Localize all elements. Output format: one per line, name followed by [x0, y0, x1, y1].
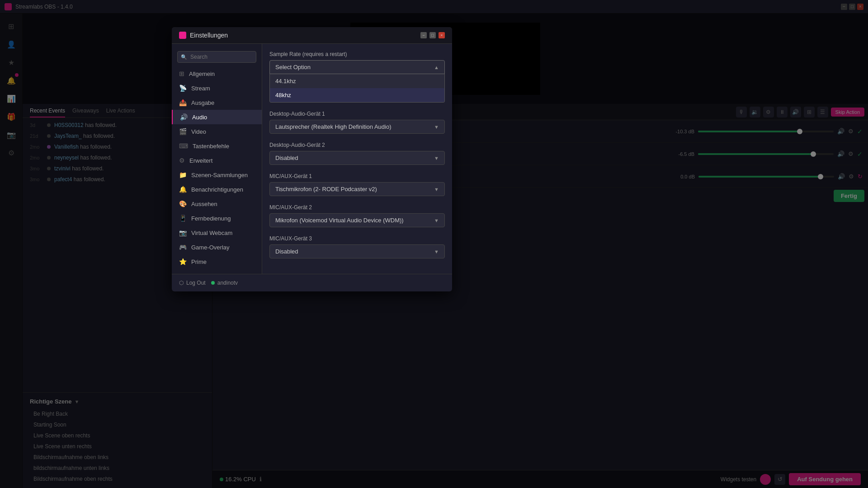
- user-name: andinotv: [217, 280, 238, 286]
- dropdown-arrow-icon: ▼: [434, 249, 439, 254]
- stream-icon: 📡: [179, 84, 187, 92]
- mic-aux-2-value: Mikrofon (Voicemod Virtual Audio Device …: [275, 217, 404, 224]
- desktop-audio-2-value: Disabled: [275, 155, 298, 161]
- desktop-audio-1-dropdown[interactable]: Lautsprecher (Realtek High Definition Au…: [269, 120, 445, 134]
- nav-label: Stream: [191, 85, 210, 92]
- option-48khz[interactable]: 48khz: [270, 88, 444, 102]
- settings-nav-virtualwebcam[interactable]: 📷 Virtual Webcam: [172, 225, 262, 240]
- nav-label: Benachrichtigungen: [191, 186, 243, 193]
- prime-icon: ⭐: [179, 258, 187, 265]
- settings-dialog: Einstellungen − □ × ⊞ Allgemein 📡 Stream: [172, 27, 452, 291]
- settings-nav-prime[interactable]: ⭐ Prime: [172, 254, 262, 269]
- mic-aux-3-label: MIC/AUX-Gerät 3: [269, 235, 445, 242]
- mic-aux-2-dropdown[interactable]: Mikrofon (Voicemod Virtual Audio Device …: [269, 213, 445, 227]
- settings-nav-erweitert[interactable]: ⚙ Erweitert: [172, 153, 262, 168]
- settings-content: Sample Rate (requires a restart) Select …: [262, 44, 452, 274]
- logout-button[interactable]: ⬡ Log Out: [179, 280, 206, 286]
- sample-rate-value: Select Option: [275, 64, 311, 70]
- benachrichtigungen-icon: 🔔: [179, 186, 187, 193]
- option-441khz[interactable]: 44.1khz: [270, 74, 444, 88]
- gameoverlay-icon: 🎮: [179, 244, 187, 251]
- nav-label: Game-Overlay: [191, 244, 230, 251]
- dialog-body: ⊞ Allgemein 📡 Stream 📤 Ausgabe 🔊 Audio 🎬…: [172, 44, 452, 274]
- mic-aux-1-group: MIC/AUX-Gerät 1 Tischmikrofon (2- RODE P…: [269, 173, 445, 196]
- mic-aux-3-value: Disabled: [275, 248, 298, 255]
- dialog-controls: − □ ×: [420, 32, 445, 38]
- settings-nav-audio[interactable]: 🔊 Audio: [172, 110, 262, 124]
- virtualwebcam-icon: 📷: [179, 229, 187, 236]
- mic-aux-3-dropdown[interactable]: Disabled ▼: [269, 244, 445, 258]
- settings-nav-szenen[interactable]: 📁 Szenen-Sammlungen: [172, 168, 262, 182]
- dialog-close-button[interactable]: ×: [439, 32, 445, 38]
- aussehen-icon: 🎨: [179, 200, 187, 207]
- audio-icon: 🔊: [180, 113, 188, 121]
- settings-nav-stream[interactable]: 📡 Stream: [172, 81, 262, 95]
- search-wrap: [177, 51, 256, 63]
- nav-label: Fernbedienung: [191, 215, 231, 222]
- desktop-audio-2-label: Desktop-Audio-Gerät 2: [269, 142, 445, 148]
- dropdown-arrow-icon: ▲: [434, 65, 439, 70]
- sample-rate-menu: 44.1khz 48khz: [269, 74, 445, 103]
- settings-nav-fernbedienung[interactable]: 📱 Fernbedienung: [172, 211, 262, 225]
- user-info: andinotv: [211, 280, 238, 286]
- nav-label: Virtual Webcam: [191, 230, 232, 236]
- nav-label: Szenen-Sammlungen: [191, 172, 248, 178]
- settings-nav-video[interactable]: 🎬 Video: [172, 124, 262, 139]
- settings-search-input[interactable]: [177, 51, 256, 63]
- settings-search: [172, 47, 262, 66]
- nav-label: Ausgabe: [191, 99, 214, 106]
- ausgabe-icon: 📤: [179, 99, 187, 106]
- nav-label: Video: [191, 128, 206, 135]
- settings-nav-benachrichtigungen[interactable]: 🔔 Benachrichtigungen: [172, 182, 262, 197]
- desktop-audio-1-label: Desktop-Audio-Gerät 1: [269, 111, 445, 117]
- settings-nav-ausgabe[interactable]: 📤 Ausgabe: [172, 95, 262, 110]
- user-online-icon: [211, 281, 215, 285]
- desktop-audio-2-dropdown[interactable]: Disabled ▼: [269, 151, 445, 165]
- logout-label: Log Out: [186, 280, 206, 286]
- allgemein-icon: ⊞: [179, 70, 184, 77]
- nav-label: Aussehen: [191, 201, 217, 207]
- settings-nav: ⊞ Allgemein 📡 Stream 📤 Ausgabe 🔊 Audio 🎬…: [172, 44, 262, 274]
- video-icon: 🎬: [179, 128, 187, 135]
- desktop-audio-2-group: Desktop-Audio-Gerät 2 Disabled ▼: [269, 142, 445, 165]
- tastenbefehle-icon: ⌨: [179, 142, 188, 150]
- dialog-footer: ⬡ Log Out andinotv: [172, 274, 452, 291]
- dialog-titlebar: Einstellungen − □ ×: [172, 27, 452, 44]
- fernbedienung-icon: 📱: [179, 215, 187, 222]
- dialog-maximize-button[interactable]: □: [429, 32, 436, 38]
- nav-label: Audio: [192, 114, 207, 121]
- nav-label: Erweitert: [189, 157, 212, 164]
- desktop-audio-1-group: Desktop-Audio-Gerät 1 Lautsprecher (Real…: [269, 111, 445, 134]
- nav-label: Prime: [191, 258, 207, 265]
- mic-aux-3-group: MIC/AUX-Gerät 3 Disabled ▼: [269, 235, 445, 258]
- dialog-minimize-button[interactable]: −: [420, 32, 427, 38]
- sample-rate-group: Sample Rate (requires a restart) Select …: [269, 51, 445, 103]
- mic-aux-2-group: MIC/AUX-Gerät 2 Mikrofon (Voicemod Virtu…: [269, 204, 445, 227]
- dialog-icon: [179, 32, 186, 39]
- mic-aux-1-value: Tischmikrofon (2- RODE Podcaster v2): [275, 186, 377, 192]
- desktop-audio-1-value: Lautsprecher (Realtek High Definition Au…: [275, 123, 392, 130]
- logout-icon: ⬡: [179, 280, 184, 286]
- dropdown-arrow-icon: ▼: [434, 218, 439, 223]
- dialog-title: Einstellungen: [179, 32, 228, 39]
- sample-rate-label: Sample Rate (requires a restart): [269, 51, 445, 57]
- mic-aux-2-label: MIC/AUX-Gerät 2: [269, 204, 445, 211]
- mic-aux-1-dropdown[interactable]: Tischmikrofon (2- RODE Podcaster v2) ▼: [269, 182, 445, 196]
- settings-nav-gameoverlay[interactable]: 🎮 Game-Overlay: [172, 240, 262, 254]
- dropdown-arrow-icon: ▼: [434, 155, 439, 161]
- settings-nav-tastenbefehle[interactable]: ⌨ Tastenbefehle: [172, 139, 262, 153]
- dropdown-arrow-icon: ▼: [434, 187, 439, 192]
- dialog-title-text: Einstellungen: [190, 32, 228, 39]
- nav-label: Tastenbefehle: [193, 143, 229, 150]
- nav-label: Allgemein: [189, 70, 215, 77]
- erweitert-icon: ⚙: [179, 157, 185, 164]
- dropdown-arrow-icon: ▼: [434, 124, 439, 130]
- szenen-icon: 📁: [179, 171, 187, 178]
- settings-nav-aussehen[interactable]: 🎨 Aussehen: [172, 197, 262, 211]
- settings-nav-allgemein[interactable]: ⊞ Allgemein: [172, 66, 262, 81]
- mic-aux-1-label: MIC/AUX-Gerät 1: [269, 173, 445, 179]
- sample-rate-dropdown[interactable]: Select Option ▲: [269, 60, 445, 74]
